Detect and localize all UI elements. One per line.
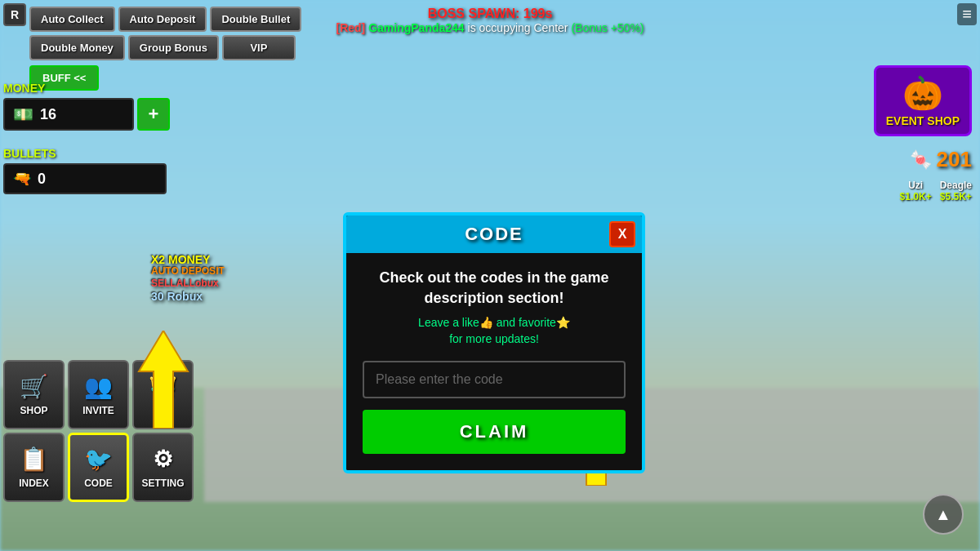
boss-spawn-text: BOSS SPAWN: 199s bbox=[336, 7, 644, 21]
bullets-section: BULLETS 🔫 0 bbox=[3, 147, 167, 194]
x2money-text: X2 MONEY bbox=[151, 253, 210, 266]
top-buttons-area: Auto Collect Auto Deposit Double Bullet … bbox=[29, 7, 301, 91]
money-icon: 💵 bbox=[13, 104, 33, 124]
bullets-label: BULLETS bbox=[3, 147, 167, 160]
vip-label: VIP bbox=[155, 405, 171, 416]
modal-title: CODE bbox=[465, 224, 523, 245]
money-display: 💵 16 + bbox=[3, 98, 170, 131]
scroll-up-icon: ▲ bbox=[935, 505, 951, 524]
auto-collect-button[interactable]: Auto Collect bbox=[29, 7, 115, 32]
roblox-icon: R bbox=[11, 8, 19, 21]
code-icon: 🐦 bbox=[84, 446, 113, 473]
double-bullet-button[interactable]: Double Bullet bbox=[210, 7, 301, 32]
action-buttons-grid: 🛒 SHOP 👥 INVITE 👑 VIP 📋 INDEX 🐦 CODE ⚙ S… bbox=[3, 360, 194, 502]
code-modal[interactable]: CODE X Check out the codes in the game d… bbox=[343, 212, 645, 473]
code-label: CODE bbox=[84, 478, 113, 489]
sell-text: SELLALLobux bbox=[151, 278, 219, 289]
invite-icon: 👥 bbox=[84, 373, 113, 400]
bullet-icon: 🔫 bbox=[13, 170, 31, 188]
button-row-1: Auto Collect Auto Deposit Double Bullet bbox=[29, 7, 301, 32]
code-input[interactable] bbox=[363, 361, 626, 398]
button-row-2: Double Money Group Bonus VIP bbox=[29, 35, 301, 60]
deagle-price: $5.5K+ bbox=[940, 191, 972, 202]
bonus-tag: (Bonus +50%) bbox=[571, 21, 644, 34]
candy-count-display: 🍬 201 bbox=[910, 147, 972, 172]
top-hud: BOSS SPAWN: 199s [Red] GamingPanda244 is… bbox=[336, 7, 644, 34]
player-name: GamingPanda244 bbox=[368, 21, 465, 34]
bullets-box: 🔫 0 bbox=[3, 163, 167, 194]
vip-icon: 👑 bbox=[149, 373, 177, 400]
shop-label: SHOP bbox=[20, 405, 47, 416]
money-box: 💵 16 bbox=[3, 98, 134, 131]
weapon-deagle: Deagle $5.5K+ bbox=[940, 180, 972, 202]
vip-top-button[interactable]: VIP bbox=[222, 35, 296, 60]
group-bonus-button[interactable]: Group Bonus bbox=[128, 35, 219, 60]
index-icon: 📋 bbox=[20, 446, 48, 473]
claim-button[interactable]: CLAIM bbox=[363, 410, 626, 454]
invite-button[interactable]: 👥 INVITE bbox=[68, 360, 129, 429]
modal-header: CODE X bbox=[346, 216, 642, 253]
setting-button[interactable]: ⚙ SETTING bbox=[132, 433, 194, 502]
event-shop-label: EVENT SHOP bbox=[886, 114, 960, 127]
autodeposit-text: AUTO DEPOSIT bbox=[151, 265, 225, 277]
robux-text: 30 Robux bbox=[151, 290, 203, 303]
candy-icon: 🍬 bbox=[910, 149, 932, 171]
setting-icon: ⚙ bbox=[153, 446, 173, 473]
menu-icon[interactable]: ≡ bbox=[957, 3, 977, 25]
player-action: is occupying Center bbox=[468, 21, 568, 34]
modal-close-button[interactable]: X bbox=[609, 221, 635, 247]
event-shop-button[interactable]: 🎃 EVENT SHOP bbox=[874, 65, 972, 136]
double-money-button[interactable]: Double Money bbox=[29, 35, 125, 60]
modal-description: Check out the codes in the game descript… bbox=[363, 268, 626, 309]
center-message: [Red] GamingPanda244 is occupying Center… bbox=[336, 21, 644, 34]
deagle-name: Deagle bbox=[940, 180, 972, 191]
index-label: INDEX bbox=[19, 478, 49, 489]
pumpkin-icon: 🎃 bbox=[886, 74, 960, 113]
money-value: 16 bbox=[40, 106, 56, 123]
modal-subtext: Leave a like👍 and favorite⭐for more upda… bbox=[363, 315, 626, 347]
shop-button[interactable]: 🛒 SHOP bbox=[3, 360, 65, 429]
code-button[interactable]: 🐦 CODE bbox=[68, 433, 129, 502]
vip-button[interactable]: 👑 VIP bbox=[132, 360, 194, 429]
weapon-uzi: Uzi $1.0K+ bbox=[900, 180, 932, 202]
weapon-prices: Uzi $1.0K+ Deagle $5.5K+ bbox=[900, 180, 972, 202]
player-tag: [Red] bbox=[336, 21, 365, 34]
bullets-value: 0 bbox=[38, 171, 46, 188]
auto-deposit-button[interactable]: Auto Deposit bbox=[118, 7, 207, 32]
setting-label: SETTING bbox=[141, 478, 184, 489]
index-button[interactable]: 📋 INDEX bbox=[3, 433, 65, 502]
roblox-logo: R bbox=[3, 3, 26, 26]
money-label: MONEY bbox=[3, 82, 170, 95]
invite-label: INVITE bbox=[82, 405, 114, 416]
uzi-price: $1.0K+ bbox=[900, 191, 932, 202]
shop-icon: 🛒 bbox=[20, 373, 48, 400]
money-section: MONEY 💵 16 + bbox=[3, 82, 170, 131]
money-plus-button[interactable]: + bbox=[137, 98, 170, 131]
modal-body: Check out the codes in the game descript… bbox=[346, 253, 642, 470]
uzi-name: Uzi bbox=[900, 180, 932, 191]
candy-value: 201 bbox=[937, 147, 972, 172]
scroll-up-button[interactable]: ▲ bbox=[923, 494, 964, 535]
